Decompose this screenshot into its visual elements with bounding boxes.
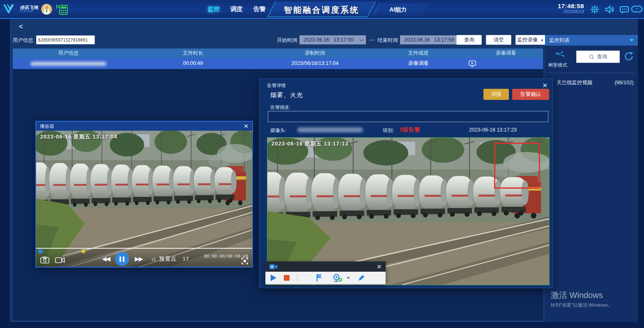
record-type-label: 监控录像	[517, 37, 538, 43]
start-time-label: 开始时间	[277, 37, 297, 44]
camera-label: 摄像头:	[270, 127, 286, 134]
panel-search-button[interactable]: 查询	[576, 51, 620, 63]
player-close-icon[interactable]: ✕	[244, 123, 248, 129]
start-time-value: 2023.06.16 13:17:00	[304, 37, 354, 43]
preset-label: 预置点	[159, 256, 177, 262]
main-nav: 监控 调度 告警	[207, 5, 266, 13]
nav-tab-ai[interactable]: AI能力	[389, 6, 407, 14]
monitor-list-panel: 监控列表 树形模式 查询	[545, 35, 638, 322]
webcam-add-icon[interactable]	[333, 274, 343, 282]
panel-search-label: 查询	[597, 53, 607, 60]
false-alarm-button[interactable]: 误报	[483, 89, 509, 100]
mini-stop-button[interactable]	[284, 275, 290, 281]
player-osd-timestamp: 2023-06-16 星期五 13:17:04	[40, 133, 117, 141]
playhead-handle[interactable]	[38, 249, 43, 254]
brand-sub: JIAXUN	[20, 10, 38, 12]
record-icon[interactable]	[55, 257, 65, 263]
dispatch-phone-icon[interactable]	[56, 4, 70, 15]
col-view: 录像调看	[469, 49, 543, 58]
chevron-down-icon	[630, 39, 634, 42]
fullscreen-icon[interactable]	[242, 258, 248, 264]
mini-dropdown-caret-icon[interactable]	[347, 277, 350, 279]
top-bar: 佳讯飞鸿 JIAXUN / 监控 调度 告警 智能融合调度系统 AI能力	[0, 0, 644, 19]
fast-forward-button[interactable]: ▶▶	[135, 255, 143, 263]
alarm-event-type: 烟雾、火光	[270, 91, 303, 99]
mini-toolbar-titlebar[interactable]: ✕	[265, 261, 386, 272]
alarm-level-value: Ⅰ级告警	[400, 126, 421, 134]
view-recording-icon[interactable]	[469, 60, 476, 67]
table-row[interactable]: 00:00:49 2023/06/16/13:17:04 录像调看	[13, 58, 543, 69]
col-record-time: 录制时间	[262, 49, 368, 58]
clear-button[interactable]: 清空	[486, 35, 511, 45]
results-table-header: 用户信息 文件时长 录制时间 文件描述 录像调看	[13, 49, 543, 58]
snapshot-icon[interactable]	[40, 256, 49, 263]
marker-dot[interactable]	[81, 249, 85, 253]
mini-play-button[interactable]	[271, 275, 276, 281]
speaker-icon[interactable]	[605, 5, 614, 14]
cell-description: 录像调看	[368, 58, 469, 69]
refresh-icon[interactable]	[623, 51, 635, 62]
preset-osd: 预置点 17	[159, 255, 189, 263]
end-time-value: 2023.06.16 13:17:59	[404, 37, 454, 43]
back-button[interactable]: <	[19, 23, 23, 31]
seek-bar[interactable]	[36, 248, 252, 249]
edit-pencil-icon[interactable]	[357, 274, 366, 282]
monitor-list-header[interactable]: 监控列表	[545, 35, 638, 46]
app-window: 佳讯飞鸿 JIAXUN / 监控 调度 告警 智能融合调度系统 AI能力	[0, 0, 644, 328]
col-duration: 文件时长	[124, 49, 262, 58]
alarm-confirm-button[interactable]: 告警确认	[512, 89, 549, 100]
line-name: 天兰线监控视频	[557, 78, 593, 88]
alarm-dialog-title: 告警详情	[267, 83, 286, 89]
camera-count: (96/102)	[614, 78, 634, 88]
tree-mode-label[interactable]: 树形模式	[548, 62, 567, 68]
minimize-button[interactable]: –	[631, 6, 642, 12]
user-avatar[interactable]	[41, 4, 52, 15]
clock-time: 17:48:58	[558, 2, 584, 9]
player-title: 播放器	[40, 123, 54, 129]
smoke-detection-box	[494, 143, 540, 189]
monitor-list-item[interactable]: 天兰线监控视频 (96/102)	[545, 78, 638, 88]
col-user-info: 用户信息	[13, 49, 124, 58]
message-icon[interactable]	[619, 5, 629, 14]
preset-value: 17	[183, 256, 189, 262]
end-time-label: 结束时间	[377, 37, 398, 44]
mini-toolbar-window: ✕	[265, 261, 386, 284]
tree-mode-icon[interactable]	[555, 51, 566, 61]
pause-button[interactable]	[115, 252, 129, 266]
flag-tool-icon[interactable]	[315, 274, 322, 282]
jiaxun-v-logo-icon	[3, 3, 17, 14]
start-time-picker[interactable]: 2023.06.16 13:17:00	[299, 35, 366, 44]
redacted-camera-name	[297, 127, 363, 132]
query-button[interactable]: 查询	[456, 35, 482, 45]
nav-tab-dispatch[interactable]: 调度	[230, 5, 243, 13]
cell-view	[469, 58, 543, 69]
redacted-user-info	[30, 62, 106, 66]
alarm-close-icon[interactable]: ✕	[542, 82, 547, 89]
player-window: 播放器 ✕	[35, 121, 253, 268]
player-titlebar[interactable]: 播放器 ✕	[36, 122, 252, 131]
divider	[297, 274, 297, 282]
record-type-dropdown[interactable]: 监控录像 ▼	[515, 35, 545, 45]
user-info-input[interactable]	[36, 35, 95, 44]
main-panel: < 用户信息 开始时间 2023.06.16 13:17:00 — 结束时间 2…	[10, 20, 637, 322]
alarm-osd-timestamp: 2023-06-16 星期五 13:17:13	[271, 140, 349, 148]
cell-record-time: 2023/06/16/13:17:04	[262, 58, 368, 69]
rewind-button[interactable]: ◀◀	[102, 255, 110, 263]
nav-tab-monitor[interactable]: 监控	[207, 5, 220, 13]
brand-text: 佳讯飞鸿 JIAXUN	[20, 5, 38, 12]
mini-toolbar-close-icon[interactable]: ✕	[377, 264, 382, 270]
col-description: 文件描述	[368, 49, 469, 58]
speed-label: x1	[152, 257, 156, 262]
level-label: 级别:	[383, 127, 394, 134]
settings-gear-icon[interactable]	[590, 5, 600, 14]
alarm-desc-label: 告警描述:	[270, 104, 290, 111]
search-icon	[589, 54, 594, 60]
alarm-event-time: 2023-06-16 13:17:23	[469, 127, 517, 133]
cell-duration: 00:00:49	[124, 58, 262, 69]
player-video-frame: 2023-06-16 星期五 13:17:04	[36, 131, 252, 267]
logo: 佳讯飞鸿 JIAXUN /	[3, 3, 44, 14]
nav-tab-alarm[interactable]: 告警	[253, 5, 266, 13]
brand-name: 佳讯飞鸿	[20, 5, 38, 10]
alarm-desc-input[interactable]	[268, 111, 548, 122]
alarm-detail-dialog: 告警详情 ✕ 烟雾、火光 误报 告警确认 告警描述: 摄像头: 级别: Ⅰ级告警…	[259, 79, 553, 288]
